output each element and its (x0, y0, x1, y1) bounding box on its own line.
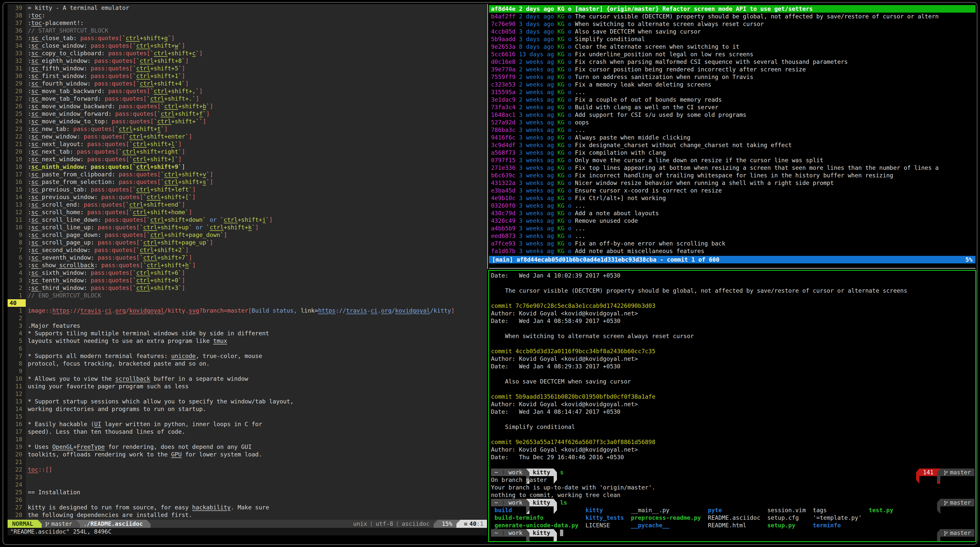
commit-row[interactable]: 9e2653a 8 days ago KG o Clear the altern… (489, 43, 975, 51)
line-number: 14 (8, 405, 26, 413)
commit-row[interactable]: 4ccb05d 3 days ago KG o Also save DECTCE… (489, 28, 975, 35)
text-segment: : (28, 277, 31, 284)
commit-message: Fix an off-by-one error when scrolling b… (575, 240, 725, 247)
commit-row[interactable]: 7c76e90 3 days ago KG o When switching t… (489, 20, 975, 28)
commit-row[interactable]: 4326c49 3 weeks ag KG o Remove unused co… (489, 217, 975, 225)
text-segment: sc (31, 57, 38, 64)
line-number: 17 (8, 428, 26, 436)
text-segment: ctrl (154, 88, 168, 94)
text-segment: b (202, 103, 206, 109)
text-segment: sc (31, 201, 38, 208)
commit-row[interactable]: 3c9d4df 3 weeks ag KG o Fix designate_ch… (489, 141, 975, 149)
commit-date: 2 weeks ag (519, 58, 557, 66)
text-segment: == Installation (28, 489, 80, 496)
text-segment: pass:quotes[ (87, 156, 129, 162)
commit-row[interactable]: 9416f6c 3 weeks ag KG o Always paste whe… (489, 134, 975, 141)
commit-row[interactable]: 5cc6616 13 days ag KG o Fix underline_po… (489, 51, 975, 58)
angle-separator-icon: ⟨ (367, 520, 375, 527)
line-number: 9 (8, 367, 26, 375)
vim-editor-pane[interactable]: 39= kitty - A terminal emulator38:toc:37… (8, 4, 487, 535)
commit-row[interactable]: 39e770a 2 weeks ag KG o Fix cursor posit… (489, 66, 975, 73)
text-segment: toc (31, 20, 42, 26)
vim-line: 2:sc_third_window: pass:quotes[`ctrl+shi… (8, 284, 487, 292)
commit-author: KG (557, 179, 568, 187)
graph-node-icon: o (568, 187, 575, 194)
chevron-separator-icon: ⟩ (502, 469, 505, 476)
commit-row[interactable]: 527a92d 3 weeks ag KG o oops (489, 119, 975, 126)
commit-date: 3 weeks ag (519, 247, 557, 255)
text-segment: pass:quotes[ (91, 277, 133, 284)
line-number: 29 (8, 80, 26, 87)
vim-line: 15:sc_previous_tab: pass:quotes[`ctrl+sh… (8, 186, 487, 193)
commit-row[interactable]: e3ba45d 3 weeks ag KG o Ensure cursor x-… (489, 187, 975, 194)
text-segment: ] (185, 80, 189, 87)
commit-row[interactable]: 5b9aadd 3 days ago KG o Simplify conditi… (489, 35, 975, 43)
commit-row[interactable]: 271e336 3 weeks ag KG o Fix top lines ap… (489, 164, 975, 171)
tig-history-pane[interactable]: af8d44e 2 days ago KG o [master] {origin… (489, 4, 975, 263)
pane-separator-vertical[interactable] (487, 4, 488, 269)
text-segment: ` (133, 270, 136, 276)
vim-line: 20:sc_next_tab: pass:quotes[`ctrl+shift+… (8, 148, 487, 155)
text-segment: sc (31, 277, 38, 284)
text-segment: _fourth_window: (38, 80, 94, 87)
commit-row[interactable]: a568f73 3 weeks ag KG o Fix compilation … (489, 149, 975, 157)
commit-row[interactable]: 4e9b10c 3 weeks ag KG o Fix Ctrl/alt+] n… (489, 194, 975, 202)
text-segment: +shift+ (140, 35, 164, 41)
commit-row[interactable]: 1648ac1 3 weeks ag KG o Add support for … (489, 111, 975, 119)
line-number: 23 (8, 473, 26, 481)
commit-date: 3 weeks ag (519, 217, 557, 225)
powerline-arrow-icon (554, 469, 557, 484)
commit-author: KG (557, 164, 568, 171)
text-segment: ` (133, 43, 136, 49)
shell-pane[interactable]: Date: Wed Jan 4 10:02:39 2017 +0530 The … (488, 270, 976, 542)
shell-prompt-row[interactable]: ~ ⟩ work kitty s141master (489, 469, 975, 476)
text-segment: ` (189, 262, 192, 268)
text-segment: ` (178, 43, 182, 49)
shell-line: Date: Wed Jan 4 08:58:49 2017 +0530 (489, 317, 975, 325)
commit-row[interactable]: fa1d67b 3 weeks ag KG o Add note about m… (489, 247, 975, 255)
text-segment: . (111, 307, 115, 314)
vim-line-text: :sc_move_tab_forward: pass:quotes[`ctrl+… (26, 95, 199, 102)
text-segment: ] (451, 307, 455, 314)
commit-row[interactable]: 430c79d 3 weeks ag KG o Add a note about… (489, 209, 975, 217)
commit-row[interactable]: a7fce93 3 weeks ag KG o Fix an off-by-on… (489, 240, 975, 247)
commit-hash: 9416f6c (491, 134, 519, 141)
text-segment: // START_SHORTCUT_BLOCK (28, 27, 108, 34)
shell-prompt-row[interactable]: ~ ⟩ work kitty lsmaster (489, 499, 975, 506)
line-number: 12 (8, 390, 26, 398)
text-segment: ` (251, 224, 255, 231)
vim-line-text (26, 314, 28, 322)
text-segment: +shift+page_down` (164, 231, 224, 238)
commit-row[interactable]: 315595a 2 weeks ag KG o ... (489, 88, 975, 96)
pane-separator-horizontal[interactable] (489, 268, 975, 269)
commit-row[interactable]: 7559ff9 2 weeks ag KG o Turn on address … (489, 73, 975, 81)
commit-row[interactable]: b4af2ff 2 days ago KG o The cursor visib… (489, 13, 975, 20)
commit-row[interactable]: 786ba3c 3 weeks ag KG o ... (489, 126, 975, 134)
terminal-cursor[interactable] (560, 530, 563, 536)
commit-row[interactable]: af8d44e 2 days ago KG o [master] {origin… (489, 5, 975, 13)
text-segment: terminfo (813, 522, 841, 529)
chevron-separator-icon: ⟩ (502, 499, 505, 506)
commit-row[interactable]: d0c16e8 2 weeks ag KG o Fix crash when p… (489, 58, 975, 66)
commit-row[interactable]: eed6873 3 weeks ag KG o ... (489, 232, 975, 240)
text-segment: sc (31, 262, 38, 268)
shell-prompt-row[interactable]: ~ ⟩ work kitty master (489, 529, 975, 537)
text-segment: _eighth_window: (38, 57, 94, 64)
badge-label: master (950, 530, 971, 536)
text-segment: _next_window: (38, 156, 88, 162)
vim-line-text: :sc_close_tab: pass:quotes[`ctrl+shift+q… (26, 34, 175, 42)
vim-line-text: :toc: (26, 12, 45, 19)
commit-message: Turn on address sanitization when runnin… (575, 73, 753, 81)
commit-row[interactable]: 431322a 3 weeks ag KG o Nicer window res… (489, 179, 975, 187)
commit-row[interactable]: 0797f15 3 weeks ag KG o Only move the cu… (489, 157, 975, 164)
commit-row[interactable]: 03260f0 3 weeks ag KG o ... (489, 202, 975, 209)
commit-row[interactable]: c323e53 2 weeks ag KG o Fix a memory lea… (489, 81, 975, 88)
commit-row[interactable]: a4bb5b9 3 weeks ag KG o ... (489, 225, 975, 232)
commit-row[interactable]: 73fa3c4 2 weeks ag KG o Build with clang… (489, 103, 975, 111)
text-segment: ` (140, 224, 143, 231)
commit-row[interactable]: b6c639c 3 weeks ag KG o Fix incorrect ha… (489, 171, 975, 179)
text-segment: pass:quotes[ (77, 148, 119, 155)
text-segment: Date: Wed Jan 4 08:58:49 2017 +0530 (491, 317, 620, 325)
commit-row[interactable]: 3e1dac9 2 weeks ag KG o Fix a couple of … (489, 96, 975, 103)
text-segment: pass:quotes[ (84, 201, 126, 208)
